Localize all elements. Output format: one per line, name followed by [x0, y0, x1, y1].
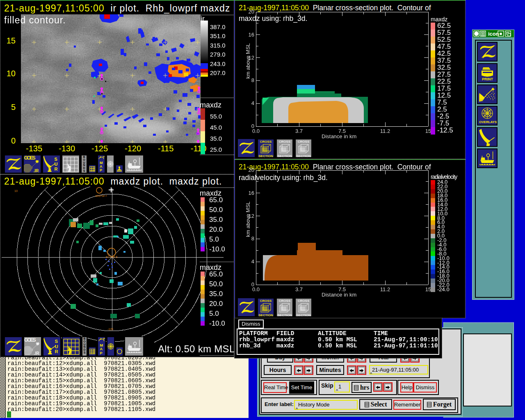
svg-text:b<-125-6: b<-125-6: [106, 256, 117, 258]
svg-text:10: 10: [14, 189, 18, 192]
svg-text:P: P: [100, 168, 102, 172]
svg-text:who+a=+: who+a=+: [95, 194, 107, 197]
svg-text:.IR: .IR: [34, 351, 40, 356]
svg-text:icon: icon: [488, 31, 499, 37]
svg-text:GOES: GOES: [24, 155, 36, 161]
svg-text:U: U: [55, 162, 58, 167]
svg-text:R: R: [55, 167, 58, 171]
svg-text:.IR: .IR: [34, 169, 39, 173]
svg-text:GOES: GOES: [24, 337, 36, 343]
svg-text:P: P: [100, 351, 103, 355]
svg-text:R: R: [55, 349, 58, 354]
svg-text:S: S: [55, 339, 58, 344]
svg-text:PRINT: PRINT: [482, 77, 493, 81]
svg-text:OVERLAYS: OVERLAYS: [479, 120, 497, 124]
svg-text:-125: -125: [107, 328, 113, 331]
svg-text:S: S: [55, 157, 57, 162]
svg-text:U: U: [55, 344, 58, 349]
